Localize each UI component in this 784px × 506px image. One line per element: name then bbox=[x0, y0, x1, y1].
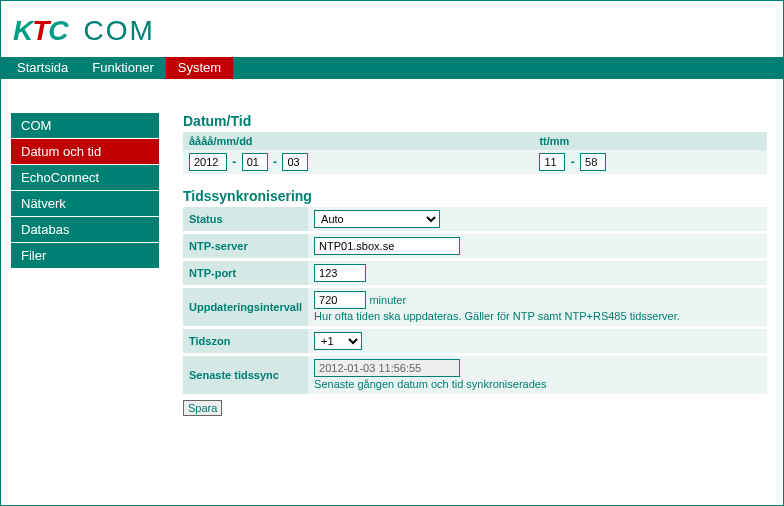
topnav-funktioner[interactable]: Funktioner bbox=[80, 57, 165, 79]
day-input[interactable] bbox=[282, 153, 308, 171]
top-nav: Startsida Funktioner System bbox=[1, 57, 783, 79]
interval-input[interactable] bbox=[314, 291, 366, 309]
ntp-server-input[interactable] bbox=[314, 237, 460, 255]
save-button[interactable]: Spara bbox=[183, 400, 222, 416]
label-status: Status bbox=[183, 207, 308, 233]
content: Datum/Tid åååå/mm/dd tt/mm - - bbox=[183, 113, 767, 430]
sidebar-item-com[interactable]: COM bbox=[11, 113, 159, 139]
sidebar-item-databas[interactable]: Databas bbox=[11, 217, 159, 243]
heading-datetime: Datum/Tid bbox=[183, 113, 767, 129]
topnav-system[interactable]: System bbox=[166, 57, 233, 79]
header-logo: KTC COM bbox=[1, 1, 783, 57]
sidebar-item-datum-och-tid[interactable]: Datum och tid bbox=[11, 139, 159, 165]
interval-help: Hur ofta tiden ska uppdateras. Gäller fö… bbox=[314, 310, 680, 322]
separator: - bbox=[569, 155, 577, 169]
minute-input[interactable] bbox=[580, 153, 606, 171]
month-input[interactable] bbox=[242, 153, 268, 171]
heading-sync: Tidssynkronisering bbox=[183, 188, 767, 204]
timezone-select[interactable]: +1 bbox=[314, 332, 362, 350]
label-ntp-port: NTP-port bbox=[183, 260, 308, 287]
sidebar-item-filer[interactable]: Filer bbox=[11, 243, 159, 269]
table-datetime: åååå/mm/dd tt/mm - - bbox=[183, 132, 767, 174]
label-lastsync: Senaste tidssync bbox=[183, 355, 308, 395]
sidebar-item-natverk[interactable]: Nätverk bbox=[11, 191, 159, 217]
col-time: tt/mm bbox=[533, 132, 767, 150]
label-timezone: Tidszon bbox=[183, 328, 308, 355]
col-date: åååå/mm/dd bbox=[183, 132, 533, 150]
label-ntp-server: NTP-server bbox=[183, 233, 308, 260]
logo-ktc: KTC bbox=[13, 15, 68, 47]
interval-unit: minuter bbox=[369, 294, 406, 306]
logo-product: COM bbox=[84, 15, 155, 47]
separator: - bbox=[230, 155, 238, 169]
sidebar-item-echoconnect[interactable]: EchoConnect bbox=[11, 165, 159, 191]
topnav-startsida[interactable]: Startsida bbox=[5, 57, 80, 79]
lastsync-display bbox=[314, 359, 460, 377]
ntp-port-input[interactable] bbox=[314, 264, 366, 282]
status-select[interactable]: Auto bbox=[314, 210, 440, 228]
year-input[interactable] bbox=[189, 153, 227, 171]
sidebar: COM Datum och tid EchoConnect Nätverk Da… bbox=[11, 113, 159, 430]
lastsync-help: Senaste gången datum och tid synkroniser… bbox=[314, 378, 546, 390]
table-sync: Status Auto NTP-server NTP-port bbox=[183, 207, 767, 394]
separator: - bbox=[271, 155, 279, 169]
label-interval: Uppdateringsintervall bbox=[183, 287, 308, 328]
hour-input[interactable] bbox=[539, 153, 565, 171]
